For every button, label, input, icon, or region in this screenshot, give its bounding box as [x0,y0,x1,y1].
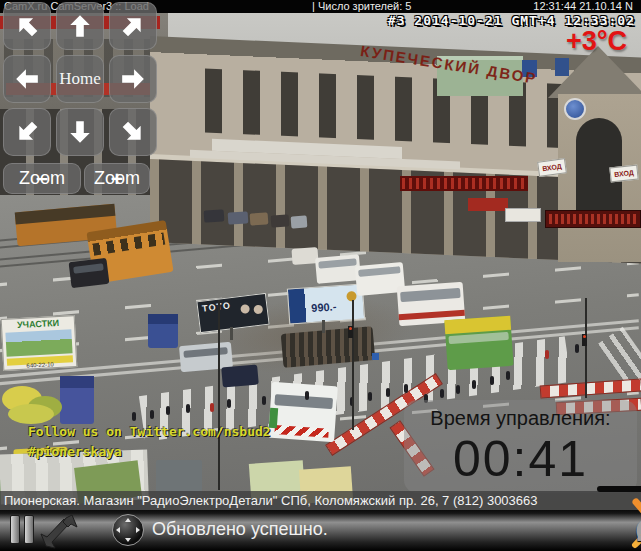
round-logo [564,98,586,120]
pan-down-button[interactable] [56,108,104,156]
vehicle-van [148,314,178,348]
pedestrian [210,403,214,412]
pan-right-button[interactable] [109,55,157,103]
crosswalk-sign [372,353,379,360]
vehicle-bus-green [444,316,513,370]
parked-car [228,211,249,224]
billboard-face [240,304,250,314]
temperature-overlay: +3°C [566,26,627,57]
pedestrian [305,391,309,400]
control-timer-box: Время управления: 00:41 [404,400,637,493]
roof-box [555,58,569,76]
pan-up-right-button[interactable] [109,2,157,50]
diagonal-arrows-icon[interactable] [38,512,80,550]
led-sign [400,176,528,191]
billboard-leg [230,327,233,340]
billboard-plots: УЧАСТКИ 640-22-10 [1,315,78,371]
pedestrian [575,344,579,353]
pedestrian [262,396,266,405]
arch-windows [205,68,610,150]
camera-description: Пионерская. Магазин "РадиоЭлектроДетали"… [4,491,538,510]
pedestrian [472,380,476,389]
billboard-face [253,304,263,314]
plus-icon: + [111,169,123,189]
status-message: Обновлено успешно. [152,519,328,540]
arrow-up-right-icon [115,8,152,45]
arrow-right-icon [120,66,146,92]
vehicle-van [60,376,94,424]
shop-sign [505,208,541,222]
pan-down-left-button[interactable] [3,108,51,156]
billboard-price: 990.- [311,300,337,314]
traffic-pole [352,300,354,430]
parked-car [250,212,269,225]
parked-car [271,214,290,227]
vehicle-ambulance-van [268,382,338,442]
timer-value: 00:41 [404,430,637,488]
pause-icon[interactable] [24,515,34,544]
hashtag-watermark: #pionerskaya [28,444,122,459]
nav-sphere-icon [112,514,144,546]
bottom-toolbar: Обновлено успешно. cam .ru [0,510,641,551]
pedestrian [386,388,390,397]
pedestrian [545,350,549,359]
pedestrian [440,389,444,398]
traffic-pole [585,298,587,398]
pedestrian [368,392,372,401]
arrow-up-icon [67,13,93,39]
pedestrian [227,399,231,408]
billboard-text: TOTO [202,300,232,313]
billboard-image [5,329,72,356]
pan-left-button[interactable] [3,55,51,103]
pedestrian [506,371,510,380]
pedestrian [150,410,154,419]
home-label: Home [59,69,101,89]
light-pole [218,300,220,490]
pedestrian [404,384,408,393]
arrow-down-right-icon [115,114,152,151]
minus-icon: − [36,169,48,189]
pause-icon[interactable] [10,515,20,544]
shop-sign [468,198,508,211]
parked-car [291,215,308,228]
traffic-light [582,334,587,346]
pedestrian [166,406,170,415]
logo-ru-text: .ru [635,506,641,550]
billboard-leg [322,320,325,333]
arrow-down-left-icon [9,114,46,151]
pan-down-right-button[interactable] [109,108,157,156]
ptz-control-panel: Home Zoom − Zoom + [3,2,159,198]
parked-car [204,209,225,222]
zoom-in-button[interactable]: Zoom + [84,163,150,194]
webcam-viewer: КУПЕЧЕСКИЙ ДВОР ВХОД ВХОД TOTO 990.- УЧА… [0,0,641,551]
pan-up-button[interactable] [56,2,104,50]
pedestrian [132,412,136,421]
twitter-watermark: Follow us on Twitter.com/nsbud2 [28,424,271,439]
traffic-light [348,326,353,338]
vehicle-car [69,258,110,288]
entrance-sign: ВХОД [609,165,638,183]
tower-window [576,118,622,210]
pedestrian [456,385,460,394]
viewers-count: | Число зрителей: 5 [312,0,412,13]
home-button[interactable]: Home [56,55,104,103]
arrow-down-icon [67,119,93,145]
arrow-left-icon [14,66,40,92]
arrow-up-left-icon [9,8,46,45]
pedestrian [490,376,494,385]
zoom-out-button[interactable]: Zoom − [3,163,81,194]
led-sign [545,210,641,228]
vehicle-car [221,364,259,387]
pan-up-left-button[interactable] [3,2,51,50]
pedestrian [186,404,190,413]
clock: 12:31:44 21.10.14 N [533,0,633,13]
caption-bar: Пионерская. Магазин "РадиоЭлектроДетали"… [0,491,641,510]
timer-title: Время управления: [404,407,637,430]
kiosk-tent [8,404,54,424]
logo-plate [597,486,641,492]
